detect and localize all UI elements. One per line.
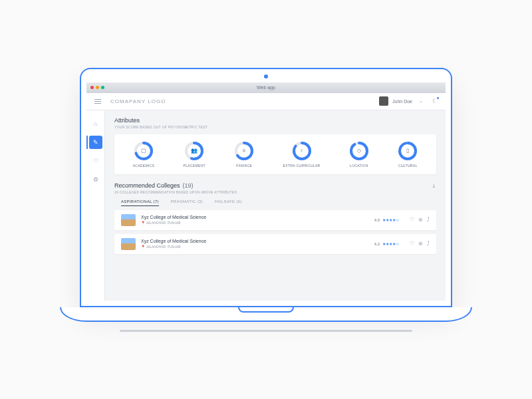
attr-label: PLACEMENT (184, 164, 205, 168)
attribute-location: ◇LOCATION (349, 141, 369, 168)
attr-label: LOCATION (350, 164, 368, 168)
camera-dot (264, 74, 268, 78)
tab-pragmatic[interactable]: PRAGMATIC (3) (171, 200, 203, 206)
attributes-card: ▢ACADEMICS👥PLACEMENT≡FINANCE♀EXTRA-CURRI… (114, 134, 436, 174)
laptop-frame: Web app COMAPANY LOGO John Doe ⌄ ☾ ⌂ ✎ ♡… (60, 68, 472, 332)
college-name: Xyz College of Medical Science (141, 239, 206, 243)
sidebar-item-settings[interactable]: ⚙ (89, 173, 102, 186)
attr-icon: ≡ (234, 141, 254, 161)
screen: Web app COMAPANY LOGO John Doe ⌄ ☾ ⌂ ✎ ♡… (80, 68, 452, 307)
sidebar-item-attributes[interactable]: ✎ (89, 136, 102, 149)
download-icon[interactable]: ⤓ (432, 183, 436, 189)
sidebar: ⌂ ✎ ♡ ⚙ (86, 110, 105, 301)
recommended-header: Recommended Colleges (19) ⤓ (114, 182, 436, 189)
attr-icon: 👥 (184, 141, 204, 161)
ring-icon: ♀ (292, 141, 312, 161)
tabs: ASPIRATIONAL (7)PRAGMATIC (3)FAILSAFE (9… (114, 200, 436, 206)
share-icon[interactable]: ⤴ (427, 241, 430, 247)
main-content: Attributes YOUR SCORE BASED OUT OF PSYCH… (105, 110, 446, 301)
laptop-base (60, 307, 472, 322)
attribute-cultural: ▯CULTURAL (398, 141, 418, 168)
menu-icon[interactable] (94, 99, 101, 104)
attribute-academics: ▢ACADEMICS (133, 141, 154, 168)
attr-label: CULTURAL (398, 164, 417, 168)
chevron-down-icon[interactable]: ⌄ (419, 98, 423, 104)
avatar[interactable] (379, 96, 388, 106)
ring-icon: ▯ (398, 141, 418, 161)
window-title: Web app (257, 85, 275, 90)
attribute-finance: ≡FINANCE (234, 141, 254, 168)
ring-icon: ▢ (134, 141, 154, 161)
attr-label: ACADEMICS (133, 164, 154, 168)
college-rating: 4.2 (374, 242, 380, 246)
college-thumb (121, 214, 136, 226)
bell-icon[interactable]: ☾ (432, 98, 438, 104)
ring-icon: 👥 (184, 141, 204, 161)
attr-icon: ▢ (134, 141, 154, 161)
attribute-extra-curricular: ♀EXTRA-CURRICULAR (283, 141, 321, 168)
tab-aspirational[interactable]: ASPIRATIONAL (7) (121, 200, 159, 206)
ring-icon: ◇ (349, 141, 369, 161)
heart-icon[interactable]: ♡ (410, 241, 414, 247)
attr-icon: ♀ (292, 141, 312, 161)
ground-shadow (120, 330, 412, 332)
sidebar-item-home[interactable]: ⌂ (89, 117, 102, 130)
attribute-placement: 👥PLACEMENT (184, 141, 205, 168)
heart-icon[interactable]: ♡ (410, 217, 414, 223)
app-header: COMAPANY LOGO John Doe ⌄ ☾ (86, 93, 446, 110)
globe-icon[interactable]: ⊕ (418, 241, 423, 247)
college-row[interactable]: Xyz College of Medical Science📍 JALANDHA… (114, 210, 436, 230)
recommended-title: Recommended Colleges (114, 182, 180, 189)
attr-icon: ▯ (398, 141, 418, 161)
share-icon[interactable]: ⤴ (427, 217, 430, 223)
college-list: Xyz College of Medical Science📍 JALANDHA… (114, 210, 436, 254)
college-rating: 4.0 (374, 218, 380, 222)
attributes-title: Attributes (114, 117, 436, 124)
window-titlebar: Web app (86, 82, 446, 93)
college-location: 📍 JALANDHAR, PUNJAB (141, 221, 206, 225)
college-name: Xyz College of Medical Science (141, 215, 206, 219)
attr-icon: ◇ (349, 141, 369, 161)
attr-label: FINANCE (236, 164, 252, 168)
college-thumb (121, 238, 136, 250)
username: John Doe (392, 99, 412, 104)
app-viewport: Web app COMAPANY LOGO John Doe ⌄ ☾ ⌂ ✎ ♡… (86, 82, 446, 301)
close-dot[interactable] (90, 86, 94, 89)
globe-icon[interactable]: ⊕ (418, 217, 423, 223)
sidebar-item-favorites[interactable]: ♡ (89, 154, 102, 168)
company-logo: COMAPANY LOGO (110, 98, 166, 104)
tab-failsafe[interactable]: FAILSAFE (9) (215, 200, 242, 206)
recommended-subtitle: 19 COLLEGES RECOMMENDATION BASED UPON AB… (114, 190, 436, 194)
college-location: 📍 JALANDHAR, PUNJAB (141, 245, 206, 249)
maximize-dot[interactable] (101, 86, 104, 89)
window-controls[interactable] (90, 86, 104, 89)
attr-label: EXTRA-CURRICULAR (283, 164, 321, 168)
attributes-subtitle: YOUR SCORE BASED OUT OF PSYCHOMETRIC TES… (114, 125, 436, 129)
recommended-count: (19) (183, 182, 194, 189)
star-icon: ★★★★☆ (382, 217, 399, 222)
college-row[interactable]: Xyz College of Medical Science📍 JALANDHA… (114, 234, 436, 254)
app-body: ⌂ ✎ ♡ ⚙ Attributes YOUR SCORE BASED OUT … (86, 110, 446, 301)
star-icon: ★★★★☆ (382, 241, 399, 246)
ring-icon: ≡ (234, 141, 254, 161)
minimize-dot[interactable] (96, 86, 99, 89)
